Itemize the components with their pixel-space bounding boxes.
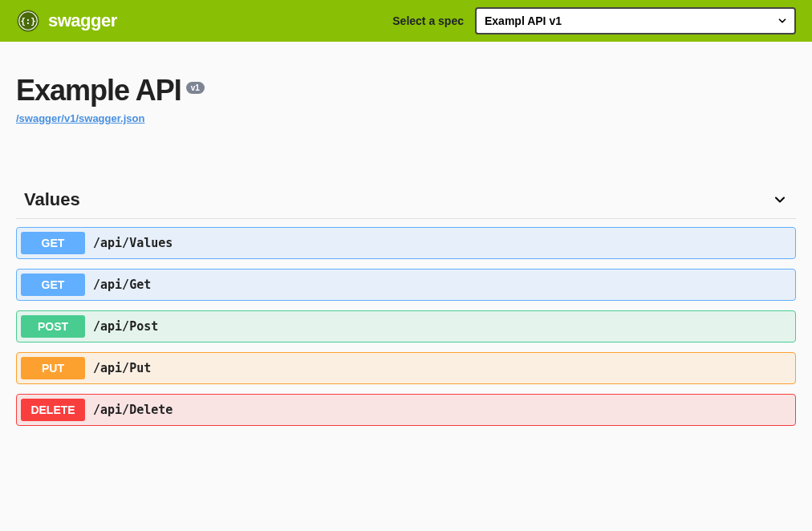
- method-badge: PUT: [21, 357, 85, 379]
- tag-name: Values: [24, 189, 80, 210]
- brand-name: swagger: [48, 10, 117, 31]
- operation-path: /api/Delete: [93, 403, 173, 417]
- method-badge: GET: [21, 274, 85, 296]
- operation-row[interactable]: DELETE/api/Delete: [16, 394, 796, 426]
- operation-row[interactable]: PUT/api/Put: [16, 352, 796, 384]
- topbar: {:} swagger Select a spec Exampl API v1: [0, 0, 812, 42]
- operation-path: /api/Values: [93, 236, 173, 250]
- main-content: Example API v1 /swagger/v1/swagger.json …: [0, 42, 812, 452]
- tag-section: Values GET/api/ValuesGET/api/GetPOST/api…: [16, 189, 796, 426]
- swagger-json-link[interactable]: /swagger/v1/swagger.json: [16, 112, 144, 124]
- operation-path: /api/Put: [93, 361, 151, 375]
- brand: {:} swagger: [16, 9, 117, 33]
- operations-list: GET/api/ValuesGET/api/GetPOST/api/PostPU…: [16, 219, 796, 426]
- operation-row[interactable]: GET/api/Get: [16, 269, 796, 301]
- swagger-logo-icon: {:}: [16, 9, 40, 33]
- operation-row[interactable]: POST/api/Post: [16, 310, 796, 343]
- method-badge: DELETE: [21, 399, 85, 421]
- version-badge: v1: [186, 82, 205, 94]
- svg-text:{:}: {:}: [21, 16, 36, 26]
- spec-label: Select a spec: [392, 14, 464, 27]
- operation-path: /api/Get: [93, 278, 151, 292]
- method-badge: GET: [21, 232, 85, 254]
- spec-select[interactable]: Exampl API v1: [475, 7, 796, 34]
- chevron-down-icon: [772, 192, 788, 208]
- spec-selector: Select a spec Exampl API v1: [392, 7, 796, 34]
- tag-header[interactable]: Values: [16, 189, 796, 219]
- method-badge: POST: [21, 315, 85, 338]
- operation-row[interactable]: GET/api/Values: [16, 227, 796, 259]
- api-title: Example API: [16, 74, 181, 107]
- operation-path: /api/Post: [93, 319, 158, 334]
